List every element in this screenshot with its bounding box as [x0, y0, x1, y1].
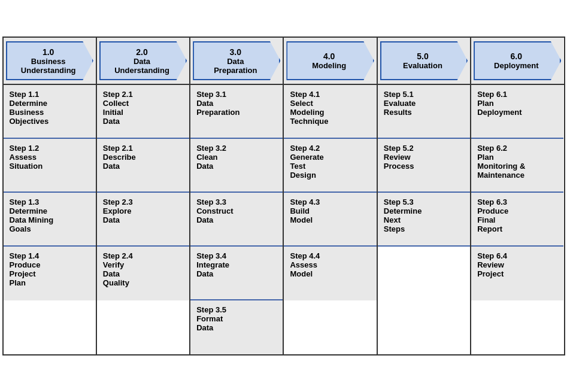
phase-num-4: 4.0 [323, 51, 335, 61]
col-phase-4: Step 4.1SelectModelingTechniqueStep 4.2G… [284, 85, 377, 354]
phase-header-5: 5.0Evaluation [378, 38, 471, 84]
step-5-1: Step 5.1EvaluateResults [378, 85, 470, 139]
step-6-3: Step 6.3ProduceFinalReport [471, 193, 563, 247]
phase-num-5: 5.0 [417, 51, 428, 61]
phase-header-row: 1.0BusinessUnderstanding2.0DataUnderstan… [4, 38, 564, 85]
step-4-4: Step 4.4AssessModel [284, 247, 376, 300]
phase-header-4: 4.0Modeling [284, 38, 377, 84]
col-phase-6: Step 6.1PlanDeploymentStep 6.2PlanMonito… [471, 85, 563, 354]
chevron-shape-4: 4.0Modeling [286, 41, 374, 80]
steps-body: Step 1.1DetermineBusinessObjectivesStep … [4, 85, 564, 354]
step-5-2: Step 5.2ReviewProcess [378, 139, 470, 193]
step-2-1a: Step 2.1CollectInitialData [97, 85, 189, 139]
step-4-1: Step 4.1SelectModelingTechnique [284, 85, 376, 139]
step-5-3: Step 5.3DetermineNextSteps [378, 193, 470, 247]
step-3-1: Step 3.1DataPreparation [190, 85, 283, 139]
phase-header-2: 2.0DataUnderstanding [97, 38, 190, 84]
phase-name-4: Modeling [312, 61, 346, 70]
step-3-2: Step 3.2CleanData [190, 139, 283, 193]
phase-name-6: Deployment [494, 61, 538, 70]
col-phase-5: Step 5.1EvaluateResultsStep 5.2ReviewPro… [378, 85, 471, 354]
step-3-3: Step 3.3ConstructData [190, 193, 283, 247]
crisp-dm-diagram: 1.0BusinessUnderstanding2.0DataUnderstan… [2, 37, 565, 355]
step-5-empty [378, 247, 470, 354]
step-3-4: Step 3.4IntegrateData [190, 247, 283, 300]
step-2-3: Step 2.3ExploreData [97, 193, 189, 247]
step-3-5: Step 3.5FormatData [190, 300, 283, 354]
step-1-2: Step 1.2AssessSituation [4, 139, 96, 193]
step-6-1: Step 6.1PlanDeployment [471, 85, 563, 139]
col-phase-1: Step 1.1DetermineBusinessObjectivesStep … [4, 85, 97, 354]
chevron-shape-5: 5.0Evaluation [380, 41, 468, 80]
phase-num-1: 1.0 [43, 47, 54, 57]
phase-header-3: 3.0DataPreparation [190, 38, 284, 84]
step-2-1b: Step 2.1DescribeData [97, 139, 189, 193]
step-2-4: Step 2.4VerifyDataQuality [97, 247, 189, 300]
step-1-4: Step 1.4ProduceProjectPlan [4, 247, 96, 300]
col-phase-3: Step 3.1DataPreparationStep 3.2CleanData… [190, 85, 284, 354]
phase-num-3: 3.0 [230, 47, 241, 57]
chevron-shape-2: 2.0DataUnderstanding [99, 41, 187, 80]
step-1-3: Step 1.3DetermineData MiningGoals [4, 193, 96, 247]
phase-header-6: 6.0Deployment [471, 38, 563, 84]
step-1-1: Step 1.1DetermineBusinessObjectives [4, 85, 96, 139]
step-4-3: Step 4.3BuildModel [284, 193, 376, 247]
chevron-shape-6: 6.0Deployment [474, 41, 561, 80]
phase-name-5: Evaluation [403, 61, 442, 70]
step-6-2: Step 6.2PlanMonitoring &Maintenance [471, 139, 563, 193]
chevron-shape-3: 3.0DataPreparation [193, 41, 280, 80]
col-phase-2: Step 2.1CollectInitialDataStep 2.1Descri… [97, 85, 190, 354]
chevron-shape-1: 1.0BusinessUnderstanding [6, 41, 93, 80]
phase-num-2: 2.0 [136, 47, 147, 57]
phase-name-2: DataUnderstanding [114, 57, 169, 75]
phase-name-1: BusinessUnderstanding [21, 57, 76, 75]
phase-header-1: 1.0BusinessUnderstanding [4, 38, 97, 84]
step-6-4: Step 6.4ReviewProject [471, 247, 563, 300]
phase-num-6: 6.0 [511, 51, 522, 61]
step-4-2: Step 4.2GenerateTestDesign [284, 139, 376, 193]
phase-name-3: DataPreparation [214, 57, 257, 75]
